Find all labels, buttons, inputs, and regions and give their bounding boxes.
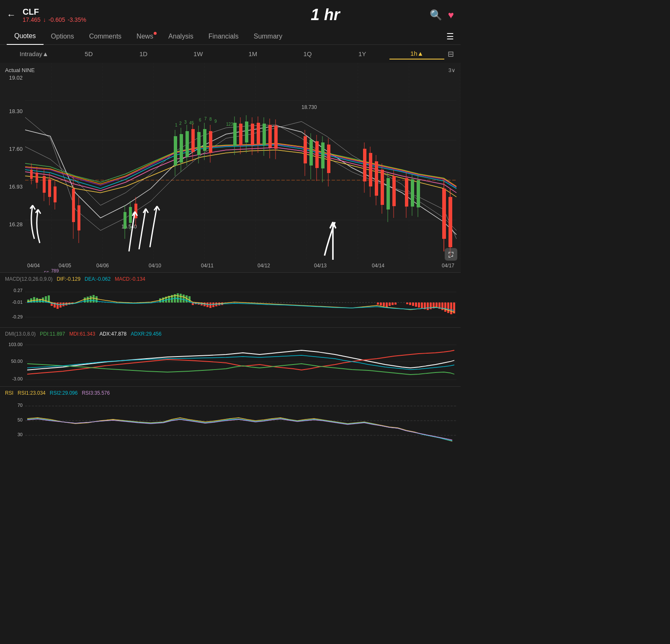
svg-rect-132 bbox=[84, 297, 86, 303]
adxr-value: ADXR:29.456 bbox=[131, 331, 161, 337]
svg-rect-88 bbox=[375, 161, 378, 196]
svg-rect-162 bbox=[209, 303, 211, 308]
macd-title: MACD(12.0,26.0,9.0) bbox=[5, 276, 52, 282]
svg-rect-170 bbox=[386, 303, 388, 307]
macd-chart[interactable]: 0.27 -0.01 -0.29 bbox=[0, 284, 461, 326]
svg-rect-78 bbox=[315, 141, 319, 168]
svg-text:789: 789 bbox=[51, 268, 59, 272]
svg-rect-43 bbox=[197, 132, 201, 155]
svg-rect-151 bbox=[59, 303, 62, 308]
svg-rect-86 bbox=[369, 153, 372, 186]
svg-text:1: 1 bbox=[175, 123, 178, 127]
svg-rect-145 bbox=[183, 295, 185, 303]
dmi-chart[interactable]: 103.00 50.00 -3.00 bbox=[0, 339, 461, 385]
svg-rect-33 bbox=[134, 204, 137, 218]
tab-financials[interactable]: Financials bbox=[201, 28, 246, 44]
svg-text:103.00: 103.00 bbox=[8, 342, 23, 347]
period-1d[interactable]: 1D bbox=[116, 49, 171, 59]
expand-icon[interactable] bbox=[445, 248, 457, 261]
chart-settings-icon[interactable]: ⊟ bbox=[448, 49, 454, 59]
svg-rect-29 bbox=[124, 212, 126, 229]
tab-summary[interactable]: Summary bbox=[246, 28, 290, 44]
svg-text:9: 9 bbox=[214, 119, 217, 124]
svg-text:56: 56 bbox=[44, 270, 49, 272]
svg-rect-27 bbox=[77, 205, 80, 230]
svg-rect-82 bbox=[327, 145, 330, 173]
price-arrow: ↓ bbox=[43, 16, 46, 23]
dmi-panel: DMI(13.0,8.0) PDI:11.897 MDI:61.343 ADX:… bbox=[0, 327, 461, 386]
svg-rect-173 bbox=[394, 303, 397, 305]
svg-rect-17 bbox=[36, 173, 38, 183]
time-periods: Intraday▲ 5D 1D 1W 1M 1Q 1Y 1h▲ ⊟ bbox=[0, 45, 461, 63]
main-chart: Actual NINE 3∨ 19.02 18.30 17.60 16.93 1… bbox=[0, 63, 461, 272]
svg-rect-184 bbox=[436, 303, 438, 308]
macd-header: MACD(12.0,26.0,9.0) DIF:-0.129 DEA:-0.06… bbox=[0, 274, 461, 284]
svg-rect-161 bbox=[206, 303, 209, 307]
svg-rect-100 bbox=[417, 180, 420, 207]
svg-text:18.30: 18.30 bbox=[9, 108, 23, 114]
svg-rect-134 bbox=[90, 296, 92, 303]
svg-rect-21 bbox=[48, 179, 51, 197]
period-1w[interactable]: 1W bbox=[171, 49, 226, 59]
svg-rect-15 bbox=[30, 170, 33, 179]
heart-icon[interactable]: ♥ bbox=[448, 9, 454, 21]
svg-rect-58 bbox=[233, 123, 237, 146]
svg-rect-136 bbox=[95, 296, 98, 303]
svg-text:04/12: 04/12 bbox=[258, 263, 270, 269]
svg-rect-98 bbox=[411, 179, 414, 207]
svg-rect-31 bbox=[129, 207, 132, 223]
period-1q[interactable]: 1Q bbox=[280, 49, 335, 59]
tab-quotes[interactable]: Quotes bbox=[7, 28, 44, 45]
svg-text:2: 2 bbox=[179, 121, 182, 126]
svg-rect-35 bbox=[174, 136, 177, 166]
svg-rect-70 bbox=[268, 125, 272, 147]
back-button[interactable]: ← bbox=[7, 10, 16, 21]
rsi2-value: RSI2:29.096 bbox=[50, 390, 78, 396]
svg-rect-45 bbox=[203, 129, 206, 151]
svg-rect-64 bbox=[251, 124, 254, 145]
price-change: -0.605 bbox=[49, 16, 65, 23]
svg-rect-175 bbox=[409, 303, 411, 305]
period-1h[interactable]: 1h▲ bbox=[389, 48, 444, 59]
svg-rect-92 bbox=[387, 178, 390, 209]
ticker-price: 17.465 ↓ -0.605 -3.35% bbox=[23, 16, 221, 23]
mdi-value: MDI:61.343 bbox=[69, 331, 95, 337]
macd-dea-label: DEA:-0.062 bbox=[85, 276, 111, 282]
ticker-info: CLF 17.465 ↓ -0.605 -3.35% bbox=[23, 7, 221, 23]
chart-label: Actual NINE bbox=[5, 67, 35, 73]
svg-rect-102 bbox=[442, 189, 446, 239]
pdi-value: PDI:11.897 bbox=[40, 331, 65, 337]
period-intraday[interactable]: Intraday▲ bbox=[7, 49, 62, 59]
tab-comments[interactable]: Comments bbox=[82, 28, 129, 44]
tab-analysis[interactable]: Analysis bbox=[161, 28, 201, 44]
svg-text:0.27: 0.27 bbox=[14, 288, 23, 293]
svg-rect-144 bbox=[180, 294, 182, 303]
svg-text:04/11: 04/11 bbox=[201, 263, 214, 269]
period-1m[interactable]: 1M bbox=[226, 49, 281, 59]
search-icon[interactable]: 🔍 bbox=[430, 9, 442, 21]
chart-version[interactable]: 3∨ bbox=[448, 67, 456, 73]
period-5d[interactable]: 5D bbox=[62, 49, 116, 59]
svg-rect-135 bbox=[93, 295, 95, 303]
svg-text:50: 50 bbox=[18, 417, 23, 422]
tab-news[interactable]: News bbox=[129, 28, 161, 44]
price-change-pct: -3.35% bbox=[68, 16, 86, 23]
period-1y[interactable]: 1Y bbox=[335, 49, 390, 59]
svg-text:-0.01: -0.01 bbox=[12, 300, 23, 305]
rsi-chart[interactable]: 70 50 30 bbox=[0, 398, 461, 448]
svg-rect-167 bbox=[377, 303, 379, 305]
svg-text:04/14: 04/14 bbox=[372, 263, 384, 269]
dmi-title: DMI(13.0,8.0) bbox=[5, 331, 36, 337]
adx-value: ADX:47.878 bbox=[99, 331, 126, 337]
svg-rect-94 bbox=[392, 176, 396, 206]
svg-rect-23 bbox=[54, 186, 57, 202]
tab-options[interactable]: Options bbox=[44, 28, 82, 44]
candlestick-chart[interactable]: 19.02 18.30 17.60 16.93 16.28 18.730 16.… bbox=[0, 63, 461, 272]
svg-text:45: 45 bbox=[189, 121, 194, 125]
svg-rect-150 bbox=[57, 303, 59, 309]
ticker-symbol: CLF bbox=[23, 7, 221, 16]
rsi1-value: RSI1:23.034 bbox=[18, 390, 46, 396]
svg-rect-178 bbox=[418, 303, 420, 308]
svg-rect-76 bbox=[309, 140, 313, 166]
menu-icon[interactable]: ☰ bbox=[446, 31, 454, 41]
